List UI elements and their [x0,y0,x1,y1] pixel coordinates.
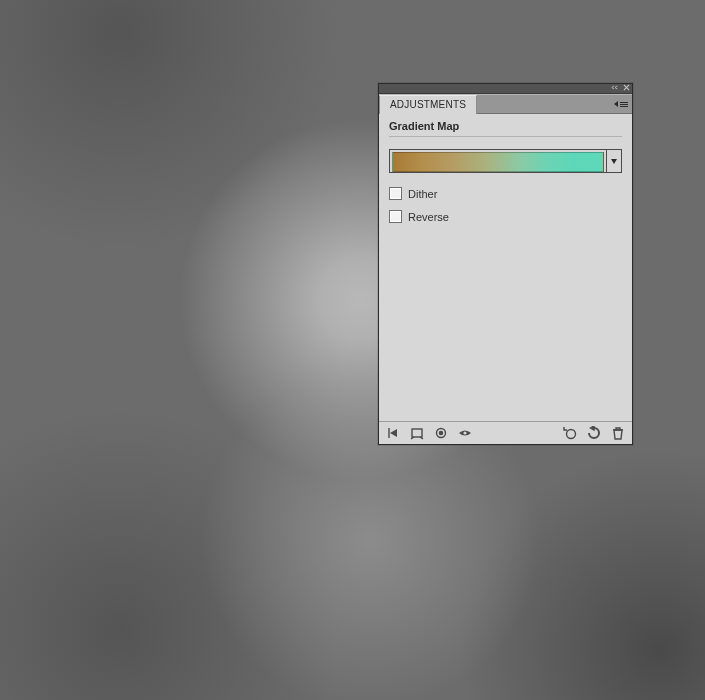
panel-titlebar[interactable] [379,84,632,94]
workspace-canvas: ADJUSTMENTS Gradient Map Dither [0,0,705,700]
svg-point-4 [567,430,576,439]
trash-icon[interactable] [610,425,626,441]
previous-state-icon[interactable] [562,425,578,441]
panel-heading: Gradient Map [389,120,622,137]
panel-tab-row: ADJUSTMENTS [379,94,632,114]
toggle-visibility-icon[interactable] [457,425,473,441]
svg-point-3 [463,431,466,434]
expand-view-icon[interactable] [409,425,425,441]
panel-body: Gradient Map Dither Reverse [379,114,632,421]
dither-checkbox-row[interactable]: Dither [389,187,622,200]
dither-checkbox[interactable] [389,187,402,200]
reset-icon[interactable] [586,425,602,441]
adjustments-panel: ADJUSTMENTS Gradient Map Dither [378,83,633,445]
reverse-label: Reverse [408,211,449,223]
panel-close-button[interactable] [621,83,631,92]
tab-adjustments[interactable]: ADJUSTMENTS [379,95,477,114]
dither-label: Dither [408,188,437,200]
panel-menu-button[interactable] [616,98,628,110]
panel-collapse-button[interactable] [610,83,620,92]
chevron-down-icon [611,159,617,164]
clip-to-layer-icon[interactable] [433,425,449,441]
reverse-checkbox[interactable] [389,210,402,223]
gradient-swatch[interactable] [389,149,607,173]
back-arrow-icon[interactable] [385,425,401,441]
panel-footer [379,421,632,444]
gradient-dropdown-button[interactable] [607,149,622,173]
gradient-picker[interactable] [389,149,622,173]
reverse-checkbox-row[interactable]: Reverse [389,210,622,223]
svg-rect-0 [412,429,422,437]
svg-point-2 [439,431,442,434]
